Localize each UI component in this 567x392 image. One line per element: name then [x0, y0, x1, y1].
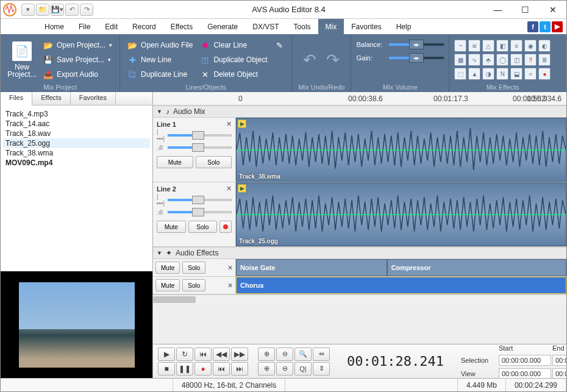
qat-undo-icon[interactable]: ↶: [65, 4, 79, 16]
menu-tools[interactable]: Tools: [287, 19, 318, 34]
duplicate-object-button[interactable]: ◫Duplicate Object: [198, 53, 269, 66]
close-icon[interactable]: ✕: [226, 185, 232, 193]
timeline-ruler[interactable]: 0 00:00:38.6 00:01:17.3 00:01:55.9 00:02…: [153, 92, 566, 105]
edit-tool-button[interactable]: ✎: [272, 38, 287, 52]
clip-play-icon[interactable]: ▶: [238, 119, 246, 128]
close-button[interactable]: ✕: [539, 1, 566, 19]
redo-button[interactable]: ↷: [326, 51, 340, 69]
file-item[interactable]: Track_14.aac: [3, 119, 150, 129]
balance-slider[interactable]: ◂▸: [389, 43, 444, 46]
menu-dxvst[interactable]: DX/VST: [245, 19, 286, 34]
menu-effects[interactable]: Effects: [163, 19, 200, 34]
fx-icon[interactable]: ⬓: [510, 68, 522, 80]
menu-generate[interactable]: Generate: [200, 19, 245, 34]
gain-slider[interactable]: ◂▸: [389, 57, 444, 59]
horizontal-scrollbar[interactable]: [153, 294, 566, 304]
fx-icon[interactable]: ◑: [482, 68, 494, 80]
fx-icon[interactable]: ≋: [468, 40, 480, 52]
menu-mix[interactable]: Mix: [318, 19, 344, 34]
fx-icon[interactable]: ≡: [510, 40, 522, 52]
solo-button[interactable]: Solo: [182, 279, 205, 291]
youtube-icon[interactable]: ▶: [552, 21, 563, 32]
next-marker-button[interactable]: ⏭: [231, 362, 248, 376]
fx-icon[interactable]: ~: [454, 40, 466, 52]
sel-start[interactable]: 00:00:00.000: [499, 355, 551, 366]
menu-help[interactable]: Help: [389, 19, 419, 34]
file-item-selected[interactable]: Track_25.ogg: [3, 138, 150, 148]
waveform-2[interactable]: ▶ Track_25.ogg: [236, 182, 566, 246]
solo-button[interactable]: Solo: [188, 221, 218, 233]
clip-play-icon[interactable]: ▶: [238, 184, 246, 193]
pan-slider[interactable]: [168, 134, 232, 137]
menu-record[interactable]: Record: [125, 19, 163, 34]
delete-object-button[interactable]: ✕Delete Object: [198, 68, 269, 81]
maximize-button[interactable]: ☐: [512, 1, 539, 19]
close-icon[interactable]: ✕: [227, 282, 233, 290]
zoom-in-v-button[interactable]: ⊕: [258, 362, 275, 376]
facebook-icon[interactable]: f: [527, 21, 538, 32]
fx-icon[interactable]: ▦: [454, 54, 466, 66]
minimize-button[interactable]: —: [484, 1, 512, 19]
qat-open-icon[interactable]: 📁: [36, 4, 49, 16]
menu-home[interactable]: Home: [37, 19, 71, 34]
stop-button[interactable]: ■: [158, 362, 175, 376]
play-button[interactable]: ▶: [158, 347, 175, 361]
fx-icon[interactable]: ◐: [538, 40, 551, 52]
step-fwd-button[interactable]: ▶▶: [231, 347, 248, 361]
pause-button[interactable]: ❚❚: [176, 362, 193, 376]
new-line-button[interactable]: ✚New Line: [125, 53, 195, 66]
tab-effects[interactable]: Effects: [32, 92, 70, 105]
qat-save-icon[interactable]: 💾▾: [51, 4, 64, 16]
close-icon[interactable]: ✕: [227, 264, 233, 272]
close-icon[interactable]: ✕: [226, 120, 232, 128]
loop-button[interactable]: ↻: [176, 347, 193, 361]
duplicate-line-button[interactable]: ⿻Duplicate Line: [125, 68, 195, 81]
fx-icon[interactable]: ≣: [538, 54, 551, 66]
fx-icon[interactable]: ‼: [524, 54, 537, 66]
volume-slider[interactable]: [168, 211, 232, 213]
fx-icon[interactable]: ●: [538, 68, 551, 80]
fx-icon[interactable]: ∿: [468, 54, 480, 66]
record-button[interactable]: ●: [194, 362, 212, 376]
audio-mix-header[interactable]: ▼ ♪ Audio Mix: [153, 105, 566, 118]
fx-icon[interactable]: ⬘: [482, 54, 494, 66]
solo-button[interactable]: Solo: [182, 262, 205, 274]
record-button[interactable]: [219, 221, 232, 233]
fx-icon[interactable]: ◫: [510, 54, 522, 66]
qat-redo-icon[interactable]: ↷: [80, 4, 93, 16]
pan-slider[interactable]: [168, 199, 232, 201]
zoom-100-button[interactable]: 🔍: [294, 347, 312, 361]
file-list[interactable]: Track_4.mp3 Track_14.aac Track_18.wav Tr…: [1, 105, 152, 271]
new-project-button[interactable]: 📄 New Project...: [5, 37, 38, 82]
clear-line-button[interactable]: ✖Clear Line: [198, 38, 269, 52]
open-project-button[interactable]: 📂Open Project...▾: [41, 38, 115, 52]
zoom-in-button[interactable]: ⊕: [258, 347, 275, 361]
mute-button[interactable]: Mute: [155, 262, 180, 274]
tab-favorites[interactable]: Favorites: [71, 92, 116, 105]
fx-icon[interactable]: ≈: [524, 68, 537, 80]
file-item[interactable]: Track_4.mp3: [3, 109, 150, 119]
twitter-icon[interactable]: t: [540, 21, 551, 32]
fx-icon[interactable]: ◯: [496, 54, 508, 66]
fx-icon[interactable]: ▲: [468, 68, 480, 80]
view-end[interactable]: 00:03:00.000: [552, 368, 567, 379]
menu-favorites[interactable]: Favorites: [344, 19, 388, 34]
solo-button[interactable]: Solo: [196, 156, 232, 168]
fx-icon[interactable]: ◧: [496, 40, 508, 52]
menu-file[interactable]: File: [71, 19, 98, 34]
fx-icon[interactable]: N: [496, 68, 508, 80]
file-item-active[interactable]: MOV09C.mp4: [3, 158, 150, 168]
qat-new-icon[interactable]: ▾: [21, 4, 35, 16]
file-item[interactable]: Track_38.wma: [3, 148, 150, 158]
tab-files[interactable]: Files: [1, 92, 32, 105]
fx-clip-noise-gate[interactable]: Noise Gate: [236, 259, 387, 276]
fx-icon[interactable]: △: [482, 40, 494, 52]
fx-clip-chorus[interactable]: Chorus: [236, 277, 566, 294]
save-project-button[interactable]: 💾Save Project...▾: [41, 53, 115, 66]
fx-icon[interactable]: ⬚: [454, 68, 466, 80]
waveform-1[interactable]: ▶ Track_38.wma: [236, 118, 566, 182]
mute-button[interactable]: Mute: [155, 279, 180, 291]
export-audio-button[interactable]: 📤Export Audio: [41, 68, 115, 81]
menu-edit[interactable]: Edit: [98, 19, 125, 34]
zoom-out-v-button[interactable]: ⊖: [276, 362, 293, 376]
